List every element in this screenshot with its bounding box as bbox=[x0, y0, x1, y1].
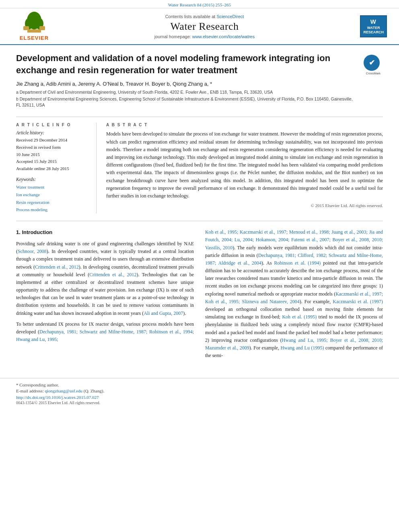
article-title: Development and validation of a novel mo… bbox=[16, 52, 357, 76]
received-date: Received 29 December 2014 bbox=[16, 137, 90, 144]
authors-line: Jie Zhang a, Adib Amini a, Jeremy A. O'N… bbox=[16, 81, 357, 87]
issn-line: 0043-1354/© 2015 Elsevier Ltd. All right… bbox=[16, 401, 383, 405]
ref-dechapunya: Dechapunya, 1981; Schwartz and Milne-Hom… bbox=[16, 329, 194, 342]
ref-schnoor: Schnoor, 2008 bbox=[18, 249, 47, 254]
body-right-column: Koh et al., 1995; Kaczmarski et al., 199… bbox=[205, 228, 383, 363]
intro-para-2: To better understand IX process for IX r… bbox=[16, 320, 194, 344]
received-revised-label: Received in revised form bbox=[16, 144, 90, 151]
authors-text: Jie Zhang a, Adib Amini a, Jeremy A. O'N… bbox=[16, 81, 212, 87]
abstract-label: A B S T R A C T bbox=[106, 123, 383, 127]
intro-heading: 1. Introduction bbox=[16, 228, 194, 237]
article-info-column: A R T I C L E I N F O Article history: R… bbox=[16, 123, 97, 214]
keywords-label: Keywords: bbox=[16, 177, 90, 182]
homepage-link[interactable]: www.elsevier.com/locate/watres bbox=[192, 34, 255, 39]
crossmark-label: CrossMark bbox=[364, 72, 383, 75]
article-history-label: Article history: bbox=[16, 130, 90, 135]
available-date: Available online 28 July 2015 bbox=[16, 165, 90, 173]
keyword-1: Water treatment bbox=[16, 183, 90, 191]
ref-koh2: Koh et al. (1995) bbox=[282, 314, 317, 320]
article-info-abstract-section: A R T I C L E I N F O Article history: R… bbox=[16, 117, 383, 214]
footer-section: * Corresponding author. E-mail address: … bbox=[0, 378, 399, 408]
keyword-2: Ion exchange bbox=[16, 191, 90, 199]
abstract-column: A B S T R A C T Models have been develop… bbox=[106, 123, 383, 214]
copyright-line: © 2015 Elsevier Ltd. All rights reserved… bbox=[106, 203, 383, 208]
body-left-column: 1. Introduction Providing safe drinking … bbox=[16, 228, 194, 363]
doi-link[interactable]: http://dx.doi.org/10.1016/j.watres.2015.… bbox=[16, 395, 383, 400]
doi-text: http://dx.doi.org/10.1016/j.watres.2015.… bbox=[16, 395, 99, 400]
homepage-text: journal homepage: bbox=[154, 34, 191, 39]
ref-crittenden1: Crittenden et al., 2012 bbox=[35, 264, 79, 270]
keyword-4: Process modeling bbox=[16, 206, 90, 214]
ref-hwang3: Hwang and Lu (1995) bbox=[281, 345, 324, 351]
affiliation-a: a Department of Civil and Environmental … bbox=[16, 89, 357, 95]
sciencedirect-link[interactable]: ScienceDirect bbox=[216, 14, 244, 19]
journal-center: Contents lists available at ScienceDirec… bbox=[56, 14, 353, 39]
intro-para-1: Providing safe drinking water is one of … bbox=[16, 240, 194, 317]
revised-date: 10 June 2015 bbox=[16, 151, 90, 158]
homepage-line: journal homepage: www.elsevier.com/locat… bbox=[56, 34, 353, 39]
contents-line: Contents lists available at ScienceDirec… bbox=[56, 14, 353, 19]
body-right-para-1: Koh et al., 1995; Kaczmarski et al., 199… bbox=[205, 228, 383, 359]
elsevier-brand-label: ELSEVIER bbox=[20, 35, 49, 41]
page: Water Research 84 (2015) 255–265 ELSEVIE… bbox=[0, 0, 399, 532]
article-content: Development and validation of a novel mo… bbox=[0, 45, 399, 374]
article-info-label: A R T I C L E I N F O bbox=[16, 123, 90, 127]
journal-logo-box: W WATERRESEARCH bbox=[360, 15, 387, 37]
elsevier-tree-icon bbox=[20, 12, 48, 34]
ref-koh1995: Koh et al., 1995; Kaczmarski et al., 199… bbox=[205, 229, 383, 250]
keyword-3: Resin regeneration bbox=[16, 199, 90, 206]
email-person: (Q. Zhang). bbox=[84, 388, 105, 393]
journal-logo-right: W WATERRESEARCH bbox=[353, 15, 387, 37]
citation-bar: Water Research 84 (2015) 255–265 bbox=[0, 0, 399, 8]
article-title-section: Development and validation of a novel mo… bbox=[16, 52, 383, 113]
corresponding-note-text: * Corresponding author. bbox=[16, 382, 59, 387]
abstract-text: Models have been developed to simulate t… bbox=[106, 130, 383, 200]
article-title-text: Development and validation of a novel mo… bbox=[16, 52, 357, 109]
email-label: E-mail address: bbox=[16, 388, 44, 393]
ref-aligupta: Ali and Gupta, 2007 bbox=[144, 310, 183, 316]
body-columns: 1. Introduction Providing safe drinking … bbox=[16, 228, 383, 367]
elsevier-logo: ELSEVIER bbox=[12, 12, 56, 41]
corresponding-author-note: * Corresponding author. bbox=[16, 382, 383, 387]
journal-title: Water Research bbox=[56, 21, 353, 33]
email-note: E-mail address: qiongzhang@usf.edu (Q. Z… bbox=[16, 388, 383, 393]
crossmark-logo: ✔ CrossMark bbox=[364, 55, 383, 75]
contents-text: Contents lists available at bbox=[165, 14, 216, 19]
water-research-logo-label: WATERRESEARCH bbox=[363, 26, 384, 35]
journal-header: ELSEVIER Contents lists available at Sci… bbox=[0, 8, 399, 45]
section-divider bbox=[16, 221, 383, 221]
citation-text: Water Research 84 (2015) 255–265 bbox=[168, 2, 231, 7]
accepted-date: Accepted 15 July 2015 bbox=[16, 158, 90, 165]
water-research-logo-w: W bbox=[363, 18, 384, 26]
affiliation-b: b Department of Environmental Engineerin… bbox=[16, 96, 357, 108]
ref-crittenden2: Crittenden et al., 2012 bbox=[89, 272, 136, 277]
svg-rect-6 bbox=[27, 29, 41, 33]
crossmark-icon: ✔ bbox=[364, 55, 380, 71]
ref-kaczmarski3: Kaczmarski et al. (1997) bbox=[333, 299, 383, 304]
ref-robinson1994: Robinson et al. (1994) bbox=[274, 260, 321, 266]
email-address[interactable]: qiongzhang@usf.edu bbox=[45, 388, 82, 393]
